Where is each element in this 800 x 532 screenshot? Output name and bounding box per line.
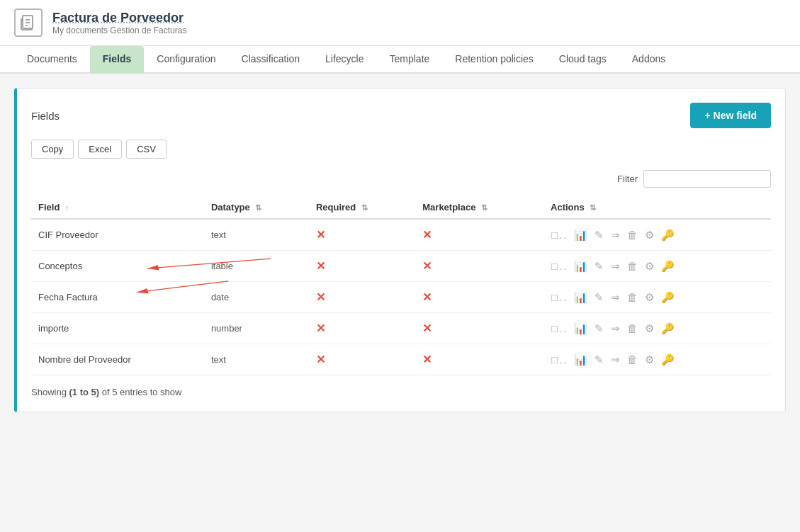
new-field-button[interactable]: + New field <box>690 103 771 128</box>
cell-actions: □.. 📊 ✎ ⇒ 🗑 ⚙ 🔑 <box>543 282 771 313</box>
marketplace-mark: ✕ <box>422 291 432 303</box>
action-icons-group: □.. 📊 ✎ ⇒ 🗑 ⚙ 🔑 <box>551 322 677 334</box>
sort-required-icon: ⇅ <box>361 203 368 212</box>
required-mark: ✕ <box>316 291 325 303</box>
copy-doc-icon[interactable]: □.. <box>551 353 568 366</box>
search-icon[interactable]: 🔑 <box>661 322 676 334</box>
action-icons-group: □.. 📊 ✎ ⇒ 🗑 ⚙ 🔑 <box>551 291 677 303</box>
arrow-right-icon[interactable]: ⇒ <box>611 291 621 303</box>
footer-text: Showing (1 to 5) of 5 entries to show <box>31 387 181 397</box>
cell-marketplace: ✕ <box>415 313 543 344</box>
arrow-right-icon[interactable]: ⇒ <box>611 229 621 241</box>
app-icon <box>14 9 43 37</box>
fields-card: Fields + New field Copy Excel CSV Filter… <box>14 88 786 412</box>
cell-datatype: itable <box>204 251 309 282</box>
cell-datatype: number <box>204 313 309 344</box>
tab-lifecycle[interactable]: Lifecycle <box>312 46 376 74</box>
filter-input[interactable] <box>643 170 771 188</box>
edit-icon[interactable]: ✎ <box>595 229 605 241</box>
settings-icon[interactable]: ⚙ <box>645 260 655 272</box>
tab-template[interactable]: Template <box>377 46 443 74</box>
cell-field-name: importe <box>31 313 204 344</box>
filter-label: Filter <box>617 174 638 184</box>
required-mark: ✕ <box>316 353 325 366</box>
col-field[interactable]: Field ↑ <box>31 196 204 219</box>
marketplace-mark: ✕ <box>422 229 432 241</box>
delete-icon[interactable]: 🗑 <box>627 291 639 303</box>
settings-icon[interactable]: ⚙ <box>645 353 655 366</box>
col-actions[interactable]: Actions ⇅ <box>543 196 771 219</box>
tab-retention-policies[interactable]: Retention policies <box>442 46 546 74</box>
table-header-row: Field ↑ Datatype ⇅ Required ⇅ Marketpl <box>31 196 771 219</box>
bar-chart-icon[interactable]: 📊 <box>574 322 589 334</box>
sort-marketplace-icon: ⇅ <box>481 203 488 212</box>
arrow-right-icon[interactable]: ⇒ <box>611 260 621 272</box>
copy-doc-icon[interactable]: □.. <box>551 322 568 334</box>
header-text: Factura de Porveedor My documents Gestio… <box>52 11 186 35</box>
col-required[interactable]: Required ⇅ <box>309 196 415 219</box>
tab-fields[interactable]: Fields <box>90 46 144 74</box>
filter-row: Filter <box>31 170 771 188</box>
table-row: CIF Proveedor text ✕ ✕ □.. 📊 ✎ ⇒ 🗑 ⚙ 🔑 <box>31 219 771 251</box>
svg-rect-0 <box>23 16 33 28</box>
table-container: Field ↑ Datatype ⇅ Required ⇅ Marketpl <box>31 196 771 375</box>
cell-datatype: text <box>204 344 309 375</box>
settings-icon[interactable]: ⚙ <box>645 322 655 334</box>
bar-chart-icon[interactable]: 📊 <box>574 353 589 366</box>
card-title: Fields <box>31 110 60 122</box>
card-header: Fields + New field <box>31 103 771 128</box>
edit-icon[interactable]: ✎ <box>595 322 605 334</box>
table-row: importe number ✕ ✕ □.. 📊 ✎ ⇒ 🗑 ⚙ 🔑 <box>31 313 771 344</box>
table-row: Fecha Factura date ✕ ✕ □.. 📊 ✎ ⇒ 🗑 ⚙ 🔑 <box>31 282 771 313</box>
required-mark: ✕ <box>316 229 325 241</box>
tab-addons[interactable]: Addons <box>619 46 678 74</box>
tab-documents[interactable]: Documents <box>14 46 90 74</box>
settings-icon[interactable]: ⚙ <box>645 229 655 241</box>
col-marketplace[interactable]: Marketplace ⇅ <box>415 196 543 219</box>
arrow-right-icon[interactable]: ⇒ <box>611 353 621 366</box>
required-mark: ✕ <box>316 260 325 272</box>
cell-actions: □.. 📊 ✎ ⇒ 🗑 ⚙ 🔑 <box>543 219 771 251</box>
search-icon[interactable]: 🔑 <box>661 260 676 272</box>
bar-chart-icon[interactable]: 📊 <box>574 229 589 241</box>
copy-button[interactable]: Copy <box>31 140 74 159</box>
delete-icon[interactable]: 🗑 <box>627 229 639 241</box>
bar-chart-icon[interactable]: 📊 <box>574 291 589 303</box>
bar-chart-icon[interactable]: 📊 <box>574 260 589 272</box>
cell-field-name: Fecha Factura <box>31 282 204 313</box>
delete-icon[interactable]: 🗑 <box>627 322 639 334</box>
col-datatype[interactable]: Datatype ⇅ <box>204 196 309 219</box>
cell-datatype: date <box>204 282 309 313</box>
action-icons-group: □.. 📊 ✎ ⇒ 🗑 ⚙ 🔑 <box>551 260 677 272</box>
export-buttons: Copy Excel CSV <box>31 140 771 159</box>
sort-field-icon: ↑ <box>65 203 69 212</box>
delete-icon[interactable]: 🗑 <box>627 260 639 272</box>
tab-cloud-tags[interactable]: Cloud tags <box>546 46 619 74</box>
arrow-right-icon[interactable]: ⇒ <box>611 322 621 334</box>
action-icons-group: □.. 📊 ✎ ⇒ 🗑 ⚙ 🔑 <box>551 353 677 366</box>
edit-icon[interactable]: ✎ <box>595 291 605 303</box>
tab-classification[interactable]: Classification <box>229 46 312 74</box>
delete-icon[interactable]: 🗑 <box>627 353 639 366</box>
cell-required: ✕ <box>309 219 415 251</box>
edit-icon[interactable]: ✎ <box>595 260 605 272</box>
edit-icon[interactable]: ✎ <box>595 353 605 366</box>
cell-required: ✕ <box>309 344 415 375</box>
search-icon[interactable]: 🔑 <box>661 353 676 366</box>
copy-doc-icon[interactable]: □.. <box>551 291 568 303</box>
marketplace-mark: ✕ <box>422 260 432 272</box>
settings-icon[interactable]: ⚙ <box>645 291 655 303</box>
search-icon[interactable]: 🔑 <box>661 229 676 241</box>
cell-required: ✕ <box>309 251 415 282</box>
excel-button[interactable]: Excel <box>78 140 122 159</box>
action-icons-group: □.. 📊 ✎ ⇒ 🗑 ⚙ 🔑 <box>551 229 677 241</box>
tab-configuration[interactable]: Configuration <box>144 46 228 74</box>
cell-field-name: Conceptos <box>31 251 204 282</box>
document-title: Factura de Porveedor <box>52 11 186 26</box>
csv-button[interactable]: CSV <box>126 140 167 159</box>
search-icon[interactable]: 🔑 <box>661 291 676 303</box>
cell-actions: □.. 📊 ✎ ⇒ 🗑 ⚙ 🔑 <box>543 251 771 282</box>
copy-doc-icon[interactable]: □.. <box>551 260 568 272</box>
cell-field-name: CIF Proveedor <box>31 219 204 251</box>
copy-doc-icon[interactable]: □.. <box>551 229 568 241</box>
